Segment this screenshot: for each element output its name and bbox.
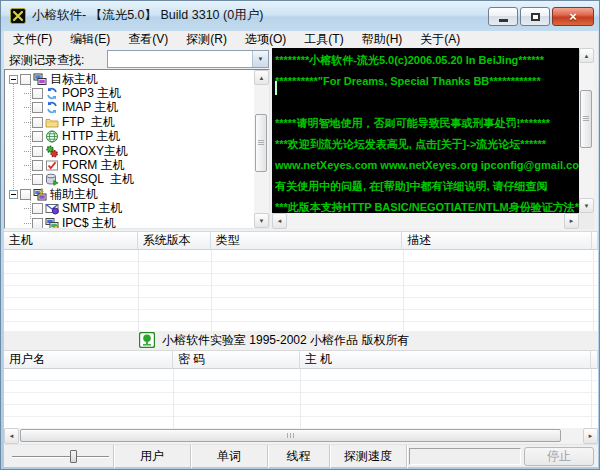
column-header-description[interactable]: 描述 [402, 232, 592, 250]
menu-item-probe[interactable]: 探测(R) [177, 31, 236, 48]
checkbox[interactable] [32, 131, 43, 142]
horizontal-scrollbar[interactable]: ◄ ► [4, 428, 598, 444]
menu-item-about[interactable]: 关于(A) [411, 31, 469, 48]
tree-item-pop3[interactable]: POP3 主机 [5, 86, 253, 100]
collapse-icon[interactable] [9, 190, 18, 199]
column-header-host[interactable]: 主机 [4, 232, 138, 250]
minimize-icon [499, 19, 508, 22]
search-combobox[interactable]: ▼ [107, 50, 269, 68]
chevron-down-icon: ▼ [258, 56, 264, 62]
column-header-filler [591, 351, 598, 369]
scroll-up-icon[interactable]: ▲ [579, 48, 594, 63]
maximize-icon [531, 13, 540, 21]
menu-item-tools[interactable]: 工具(T) [295, 31, 352, 48]
terminal-line: ***欢迎到流光论坛发表高见, 点击[关于]->流光论坛****** [275, 134, 579, 155]
aux-hosts-icon [33, 188, 47, 201]
terminal-line: www.netXeyes.com www.netXeyes.org ipconf… [275, 155, 579, 176]
results-table-header: 用户名 密 码 主 机 [4, 351, 598, 369]
status-pane-words: 单词 [191, 445, 268, 468]
menu-item-file[interactable]: 文件(F) [4, 31, 61, 48]
terminal-line [275, 92, 579, 113]
search-input[interactable] [108, 51, 252, 67]
dropdown-button[interactable]: ▼ [252, 51, 268, 67]
checkbox[interactable] [32, 160, 43, 171]
pop3-sync-icon [45, 87, 59, 100]
smtp-mail-icon [45, 202, 59, 215]
slider-track [12, 456, 109, 458]
menu-item-view[interactable]: 查看(V) [119, 31, 177, 48]
ipc-computers-icon [45, 217, 59, 229]
scrollbar-thumb[interactable] [580, 90, 592, 148]
scroll-right-icon[interactable]: ► [564, 213, 579, 229]
scrollbar-corner [579, 213, 594, 229]
checkbox[interactable] [32, 117, 43, 128]
checkbox[interactable] [20, 189, 31, 200]
tree-item-smtp[interactable]: SMTP 主机 [5, 202, 253, 216]
checkbox[interactable] [32, 146, 43, 157]
column-header-host[interactable]: 主 机 [300, 351, 591, 369]
menu-item-help[interactable]: 帮助(H) [353, 31, 412, 48]
proxy-gears-icon [45, 145, 59, 158]
menu-item-edit[interactable]: 编辑(E) [61, 31, 119, 48]
tree-item-aux-hosts[interactable]: 辅助主机 [5, 187, 253, 201]
form-check-icon [45, 159, 59, 172]
scroll-right-icon[interactable]: ► [583, 428, 598, 444]
scroll-left-icon[interactable]: ◄ [272, 213, 287, 229]
maximize-button[interactable] [520, 7, 550, 26]
scrollbar-thumb[interactable] [20, 429, 561, 442]
terminal-panel[interactable]: ********小榕软件-流光5.0(c)2006.05.20 In BeiJi… [272, 48, 594, 229]
tree-scrollbar[interactable]: ▲ ▼ [254, 70, 269, 228]
collapse-icon[interactable] [9, 75, 18, 84]
checkbox[interactable] [32, 174, 43, 185]
menubar: 文件(F) 编辑(E) 查看(V) 探测(R) 选项(O) 工具(T) 帮助(H… [4, 31, 598, 48]
hosts-table-header: 主机 系统版本 类型 描述 [4, 232, 598, 250]
status-pane-speed: 探测速度 [330, 445, 407, 468]
slider-thumb[interactable] [70, 450, 77, 463]
terminal-hscrollbar[interactable]: ◄ ► [272, 213, 579, 229]
terminal-text: ********小榕软件-流光5.0(c)2006.05.20 In BeiJi… [275, 50, 579, 213]
close-button[interactable]: × [552, 7, 594, 26]
scroll-left-icon[interactable]: ◄ [4, 428, 19, 444]
checkbox[interactable] [32, 203, 43, 214]
menu-item-options[interactable]: 选项(O) [236, 31, 295, 48]
search-label: 探测记录查找: [9, 52, 84, 69]
column-header-os[interactable]: 系统版本 [138, 232, 211, 250]
speed-slider[interactable] [4, 445, 114, 468]
copyright-text: 小榕软件实验室 1995-2002 小榕作品 版权所有 [162, 331, 409, 350]
statusbar: 用户 单词 线程 探测速度 停止 [4, 444, 598, 467]
checkbox[interactable] [32, 102, 43, 113]
scroll-down-icon[interactable]: ▼ [254, 213, 269, 228]
checkbox[interactable] [32, 218, 43, 229]
scroll-up-icon[interactable]: ▲ [254, 70, 269, 85]
tree-item-http[interactable]: HTTP 主机 [5, 130, 253, 144]
column-header-username[interactable]: 用户名 [4, 351, 173, 369]
tree-item-target-hosts[interactable]: 目标主机 [5, 72, 253, 86]
tree-item-mssql[interactable]: MSSQL 主机 [5, 173, 253, 187]
terminal-line: ********小榕软件-流光5.0(c)2006.05.20 In BeiJi… [275, 50, 579, 71]
column-header-type[interactable]: 类型 [211, 232, 403, 250]
hosts-table: 主机 系统版本 类型 描述 [4, 231, 598, 331]
tree-item-ftp[interactable]: FTP 主机 [5, 115, 253, 129]
text-cursor [275, 81, 277, 95]
target-hosts-icon [33, 73, 47, 86]
tree-item-proxy[interactable]: PROXY主机 [5, 144, 253, 158]
checkbox[interactable] [32, 88, 43, 99]
column-header-password[interactable]: 密 码 [173, 351, 300, 369]
close-icon: × [569, 8, 577, 25]
results-table: 用户名 密 码 主 机 [4, 350, 598, 428]
tree-item-imap[interactable]: IMAP 主机 [5, 101, 253, 115]
stop-button[interactable]: 停止 [524, 447, 594, 466]
status-pane-threads: 线程 [268, 445, 330, 468]
ftp-folder-icon [45, 116, 59, 129]
terminal-line: 有关使用中的问题, 在[帮助]中都有详细说明, 请仔细查阅 [275, 176, 579, 197]
client-area: 文件(F) 编辑(E) 查看(V) 探测(R) 选项(O) 工具(T) 帮助(H… [4, 31, 598, 467]
column-header-filler [592, 232, 598, 250]
tree-item-ipc[interactable]: IPC$ 主机 [5, 216, 253, 229]
scroll-down-icon[interactable]: ▼ [579, 198, 594, 213]
titlebar[interactable]: 小榕软件- 【流光5.0】 Build 3310 (0用户) × [1, 1, 600, 31]
window-title: 小榕软件- 【流光5.0】 Build 3310 (0用户) [32, 1, 263, 30]
terminal-scrollbar[interactable]: ▲ ▼ [579, 48, 594, 213]
minimize-button[interactable] [488, 7, 518, 26]
checkbox[interactable] [20, 74, 31, 85]
scrollbar-thumb[interactable] [255, 114, 267, 172]
